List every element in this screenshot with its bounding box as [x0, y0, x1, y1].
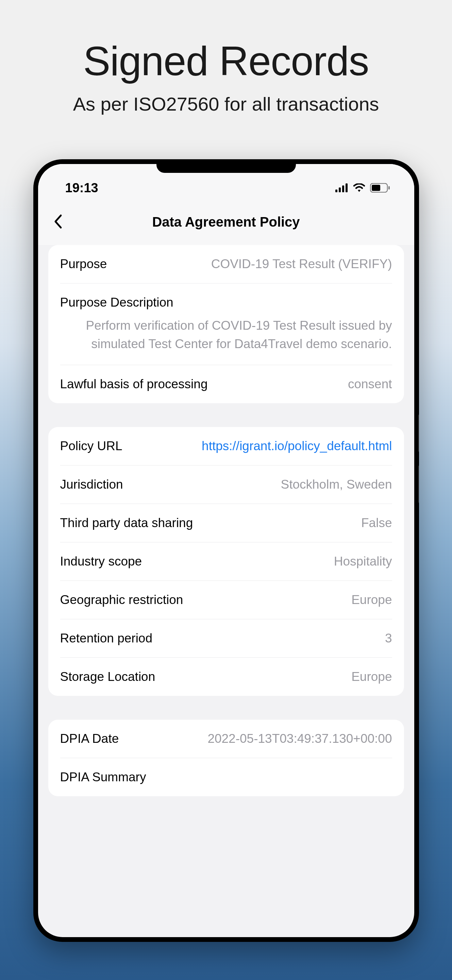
industry-scope-value: Hospitality [150, 554, 392, 569]
purpose-description-label: Purpose Description [60, 295, 392, 310]
promo-title: Signed Records [73, 37, 379, 84]
svg-rect-1 [339, 188, 341, 192]
phone-notch [157, 164, 296, 173]
policy-url-label: Policy URL [60, 439, 122, 453]
dpia-date-value: 2022-05-13T03:49:37.130+00:00 [127, 732, 392, 746]
cellular-icon [335, 183, 348, 192]
nav-bar: Data Agreement Policy [38, 205, 414, 245]
phone-frame: 19:13 Data Agreement Policy Purpose COVI… [33, 159, 419, 942]
jurisdiction-value: Stockholm, Sweden [132, 477, 392, 492]
lawful-basis-value: consent [216, 377, 392, 391]
storage-location-value: Europe [163, 670, 392, 684]
purpose-card: Purpose COVID-19 Test Result (VERIFY) Pu… [48, 245, 404, 403]
storage-location-row: Storage Location Europe [60, 658, 392, 696]
third-party-row: Third party data sharing False [60, 504, 392, 542]
lawful-basis-row: Lawful basis of processing consent [60, 365, 392, 403]
svg-rect-0 [335, 189, 338, 192]
geographic-restriction-row: Geographic restriction Europe [60, 581, 392, 619]
svg-rect-5 [372, 185, 380, 191]
phone-side-button [418, 414, 419, 452]
svg-rect-3 [346, 183, 347, 192]
retention-period-value: 3 [161, 631, 392, 646]
nav-title: Data Agreement Policy [52, 215, 401, 230]
policy-url-link[interactable]: https://igrant.io/policy_default.html [131, 439, 392, 453]
status-time: 19:13 [65, 181, 98, 195]
promo-subtitle: As per ISO27560 for all transactions [73, 93, 379, 115]
retention-period-label: Retention period [60, 631, 153, 646]
phone-side-button [418, 466, 419, 503]
industry-scope-label: Industry scope [60, 554, 142, 569]
dpia-summary-label: DPIA Summary [60, 770, 146, 784]
third-party-value: False [201, 516, 392, 530]
policy-url-row: Policy URL https://igrant.io/policy_defa… [60, 427, 392, 466]
retention-period-row: Retention period 3 [60, 619, 392, 658]
purpose-description-value: Perform verification of COVID-19 Test Re… [60, 317, 392, 353]
lawful-basis-label: Lawful basis of processing [60, 377, 208, 391]
purpose-value: COVID-19 Test Result (VERIFY) [115, 257, 392, 271]
jurisdiction-label: Jurisdiction [60, 477, 123, 492]
dpia-card: DPIA Date 2022-05-13T03:49:37.130+00:00 … [48, 720, 404, 796]
geographic-restriction-label: Geographic restriction [60, 593, 183, 607]
svg-rect-6 [389, 186, 390, 189]
policy-card: Policy URL https://igrant.io/policy_defa… [48, 427, 404, 696]
purpose-label: Purpose [60, 257, 107, 271]
purpose-row: Purpose COVID-19 Test Result (VERIFY) [60, 245, 392, 283]
svg-rect-2 [342, 185, 344, 192]
status-icons [335, 183, 390, 192]
battery-icon [370, 183, 390, 192]
chevron-left-icon [53, 214, 63, 229]
industry-scope-row: Industry scope Hospitality [60, 542, 392, 581]
purpose-description-row: Purpose Description Perform verification… [60, 283, 392, 365]
dpia-date-label: DPIA Date [60, 732, 119, 746]
storage-location-label: Storage Location [60, 670, 155, 684]
dpia-date-row: DPIA Date 2022-05-13T03:49:37.130+00:00 [60, 720, 392, 758]
content-area[interactable]: Purpose COVID-19 Test Result (VERIFY) Pu… [38, 245, 414, 796]
jurisdiction-row: Jurisdiction Stockholm, Sweden [60, 466, 392, 504]
back-button[interactable] [53, 214, 63, 231]
wifi-icon [353, 183, 365, 192]
geographic-restriction-value: Europe [192, 593, 392, 607]
promo-header: Signed Records As per ISO27560 for all t… [73, 0, 379, 115]
dpia-summary-row: DPIA Summary [60, 758, 392, 796]
third-party-label: Third party data sharing [60, 516, 193, 530]
